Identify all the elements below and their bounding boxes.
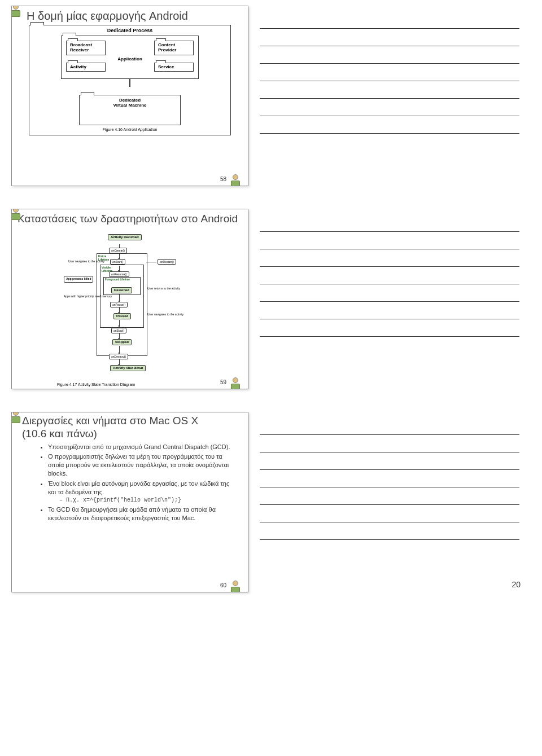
highprio-text: Apps with higher priority need memory <box>64 295 112 298</box>
state-stopped: Stopped <box>112 339 132 345</box>
slide-number: 58 <box>220 176 226 182</box>
state-shutdown: Activity shut down <box>110 365 146 371</box>
connector-line-icon <box>129 79 130 87</box>
note-line <box>260 487 519 505</box>
note-line <box>260 64 519 81</box>
person-icon <box>11 412 21 423</box>
box-label: Broadcast Receiver <box>70 42 92 52</box>
note-line <box>260 302 519 319</box>
box-label: Service <box>158 64 174 69</box>
returns-text: User returns to the activity <box>147 287 180 291</box>
bullet-text: Ο προγραμματιστής δηλώνει τα μέρη του πρ… <box>48 453 229 477</box>
list-item: Το GCD θα δημιουργήσει μία ομάδα από νήμ… <box>48 506 238 522</box>
folder-tab-icon <box>63 33 76 36</box>
figure-caption: Figure 4.17 Activity State Transition Di… <box>57 383 135 386</box>
box-label: Content Provider <box>158 42 176 52</box>
list-item: Ο προγραμματιστής δηλώνει τα μέρη του πρ… <box>48 452 238 478</box>
dedicated-process-box: Dedicated Process Broadcast Receiver Con… <box>29 25 231 135</box>
note-line <box>260 99 519 116</box>
note-line <box>260 214 519 232</box>
note-line <box>260 267 519 284</box>
process-label: Dedicated Process <box>33 28 227 33</box>
note-line <box>260 522 519 540</box>
note-line <box>260 232 519 249</box>
arrow-down-icon <box>119 294 120 301</box>
note-line <box>260 116 519 134</box>
slide-title: Η δομή μίας εφαρμογής Android <box>27 10 248 23</box>
content-provider-box: Content Provider <box>154 41 194 55</box>
person-icon <box>11 209 21 219</box>
note-line <box>260 284 519 302</box>
onpause-box: onPause() <box>110 302 128 307</box>
onstart-box: onStart() <box>110 259 125 265</box>
broadcast-receiver-box: Broadcast Receiver <box>66 41 106 55</box>
foreground-lifetime-label: Foreground Lifetime <box>104 278 140 282</box>
figure-caption: Figure 4.16 Android Application <box>33 128 227 131</box>
arrow-line-icon <box>146 262 156 262</box>
killed-box: App process killed <box>64 276 93 283</box>
onrestart-box: onRestart() <box>158 259 176 265</box>
note-line <box>260 452 519 470</box>
slide-title: Καταστάσεις των δραστηριοτήτων στο Andro… <box>18 213 248 225</box>
arrow-down-icon <box>119 320 120 326</box>
slide-59: Καταστάσεις των δραστηριοτήτων στο Andro… <box>11 209 248 389</box>
notes-area <box>260 417 519 592</box>
note-line <box>260 11 519 29</box>
notes-area <box>260 11 519 186</box>
code-text: Π.χ. x=^{printf("hello world\n");} <box>66 497 181 503</box>
note-line <box>260 470 519 487</box>
person-icon <box>11 6 21 16</box>
folder-tab-icon <box>30 22 44 25</box>
state-paused: Paused <box>113 313 131 319</box>
slide-number: 60 <box>220 582 226 588</box>
person-icon <box>230 174 241 186</box>
note-line <box>260 435 519 452</box>
folder-tab-icon <box>156 38 166 41</box>
note-line <box>260 417 519 435</box>
note-line <box>260 505 519 522</box>
page-number: 20 <box>512 580 521 589</box>
person-icon <box>230 581 241 592</box>
bullet-text: Το GCD θα δημιουργήσει μία ομάδα από νήμ… <box>48 506 216 521</box>
slide-58: Η δομή μίας εφαρμογής Android Dedicated … <box>11 6 248 186</box>
arrow-down-icon <box>119 346 120 353</box>
folder-tab-icon <box>81 92 94 95</box>
note-line <box>260 29 519 46</box>
state-diagram: Activity launched onCreate() Entire Life… <box>68 239 193 379</box>
activity-box: Activity <box>66 63 106 72</box>
arrow-down-icon <box>119 266 120 270</box>
slide-number: 59 <box>220 379 226 385</box>
slide-title: Διεργασίες και νήματα στο Mac OS X (10.6… <box>22 415 225 441</box>
application-label: Application <box>66 56 194 61</box>
application-box: Broadcast Receiver Content Provider Appl… <box>61 36 199 79</box>
note-line <box>260 81 519 99</box>
service-box: Service <box>154 63 194 72</box>
nav-text: User navigates to the activity <box>68 260 104 263</box>
folder-tab-icon <box>156 60 166 63</box>
virtual-machine-box: Dedicated Virtual Machine <box>79 95 181 125</box>
bullet-text: Ένα block είναι μία αυτόνομη μονάδα εργα… <box>48 480 229 495</box>
box-label: Activity <box>70 64 86 69</box>
bullet-text: Υποστηρίζονται από το μηχανισμό Grand Ce… <box>48 443 230 450</box>
folder-tab-icon <box>68 38 78 41</box>
code-example: – Π.χ. x=^{printf("hello world\n");} <box>59 496 238 504</box>
onstop-box: onStop() <box>111 328 126 333</box>
folder-tab-icon <box>68 60 78 63</box>
arrow-down-icon <box>119 333 120 338</box>
vm-label: Dedicated Virtual Machine <box>82 98 178 108</box>
ondestroy-box: onDestroy() <box>109 354 128 359</box>
note-line <box>260 249 519 267</box>
note-line <box>260 46 519 64</box>
note-line <box>260 319 519 337</box>
list-item: Υποστηρίζονται από το μηχανισμό Grand Ce… <box>48 443 238 451</box>
slide-60: Διεργασίες και νήματα στο Mac OS X (10.6… <box>11 412 248 592</box>
arrow-down-icon <box>119 359 120 364</box>
arrow-down-icon <box>119 307 120 312</box>
state-launched: Activity launched <box>108 234 142 240</box>
bullet-list: Υποστηρίζονται από το μηχανισμό Grand Ce… <box>25 443 238 522</box>
notes-area <box>260 214 519 389</box>
arrow-down-icon <box>119 254 120 258</box>
oncreate-box: onCreate() <box>109 248 127 253</box>
nav2-text: User navigates to the activity <box>147 313 183 317</box>
person-icon <box>230 377 241 389</box>
